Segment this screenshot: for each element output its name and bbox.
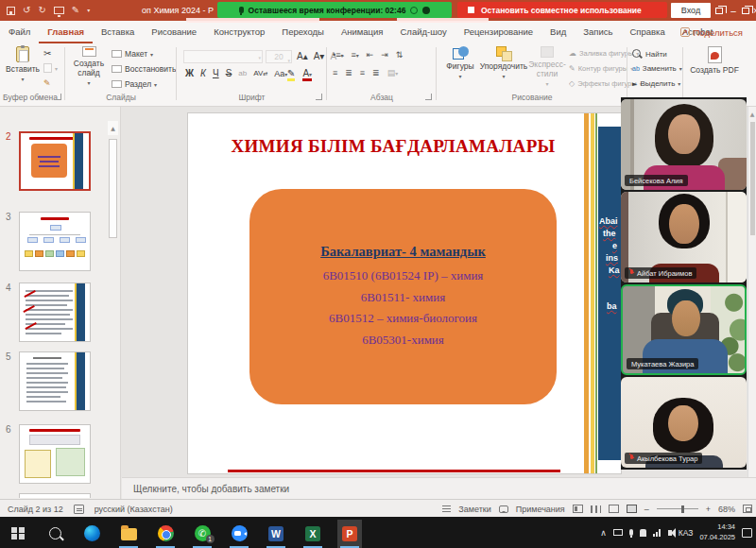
text-shadow-icon[interactable]: ab (238, 69, 247, 77)
layout-button[interactable]: Макет▾ (112, 49, 153, 59)
tab-record[interactable]: Запись (575, 21, 621, 43)
taskbar-powerpoint-button[interactable]: P (337, 520, 362, 548)
participant-tile-1[interactable]: Бейсекова Алия (621, 99, 747, 190)
ribbon-display-options-button[interactable] (713, 0, 726, 21)
increase-indent-icon[interactable]: ⇥ (381, 50, 388, 60)
taskbar-chrome-button[interactable] (153, 520, 178, 548)
highlight-color-icon[interactable]: ✎ (287, 68, 295, 81)
slide-title[interactable]: ХИМИЯ БІЛІМ БАҒДАРЛАМАЛАРЫ (201, 136, 585, 157)
strikethrough-button[interactable]: S (226, 68, 232, 78)
start-button[interactable] (6, 520, 30, 548)
clock[interactable]: 14:34 07.04.2025 (699, 522, 735, 541)
reset-button[interactable]: Восстановить (112, 64, 176, 74)
tab-transitions[interactable]: Переходы (273, 21, 333, 43)
undo-icon[interactable]: ↺ (23, 6, 30, 15)
thumbnail-slide-2[interactable] (19, 131, 91, 191)
shrink-font-icon[interactable]: A▾ (314, 51, 325, 61)
bullets-icon[interactable]: •≡▾ (333, 50, 343, 60)
participant-tile-3-active-speaker[interactable]: Мукатаева Жазира (621, 284, 747, 375)
replace-button[interactable]: abЗаменить▾ (632, 64, 682, 73)
slideshow-icon[interactable] (54, 7, 64, 14)
reading-view-button[interactable] (609, 505, 619, 513)
new-slide-button[interactable]: Создать слайд ▾ (70, 46, 108, 86)
bold-button[interactable]: Ж (185, 68, 194, 78)
zoom-level[interactable]: 68% (718, 505, 735, 514)
taskbar-edge-button[interactable] (79, 520, 104, 548)
line-spacing-icon[interactable]: ⇅ (396, 50, 404, 60)
normal-view-button[interactable] (573, 505, 583, 513)
tray-display-icon[interactable] (613, 529, 623, 536)
tray-mic-icon[interactable] (629, 529, 633, 536)
tab-view[interactable]: Вид (541, 21, 575, 43)
thumbnail-slide-4[interactable] (19, 283, 91, 342)
shape-fill-button[interactable]: ☁Заливка фигуры▾ (569, 49, 639, 58)
fit-to-window-button[interactable] (743, 505, 752, 513)
italic-button[interactable]: К (200, 68, 206, 78)
tray-network-icon[interactable] (653, 529, 662, 537)
notification-center-icon[interactable] (742, 528, 752, 538)
participant-tile-2[interactable]: Айбат Ибраимов (621, 192, 747, 283)
scroll-up-icon[interactable]: ▲ (108, 121, 118, 135)
close-button[interactable]: × (751, 0, 756, 21)
tray-touch-icon[interactable] (640, 529, 646, 537)
taskbar-excel-button[interactable]: X (301, 520, 325, 548)
shapes-button[interactable]: Фигуры ▾ (441, 46, 479, 79)
cut-icon[interactable]: ✂ (43, 48, 51, 59)
align-left-icon[interactable]: ≡ (333, 68, 337, 77)
tab-help[interactable]: Справка (621, 21, 673, 43)
character-spacing-icon[interactable]: AV⇄ (253, 69, 267, 77)
font-color-icon[interactable]: А▾ (302, 68, 312, 81)
font-name-combobox[interactable]: ▾ (183, 50, 263, 63)
taskbar-whatsapp-button[interactable]: ✆1 (190, 520, 215, 548)
restore-button[interactable] (739, 0, 752, 21)
thumbnail-slide-6[interactable] (19, 424, 91, 484)
underline-button[interactable]: Ч (213, 68, 219, 78)
align-center-icon[interactable]: ≣ (345, 68, 352, 77)
taskbar-search-button[interactable] (43, 520, 67, 548)
slide-canvas[interactable]: ХИМИЯ БІЛІМ БАҒДАРЛАМАЛАРЫ Бакалавриат- … (187, 112, 622, 474)
tab-design[interactable]: Конструктор (205, 21, 273, 43)
clipboard-dialog-launcher[interactable] (55, 94, 61, 100)
spellcheck-icon[interactable] (74, 505, 84, 514)
select-button[interactable]: ►Выделить▾ (632, 79, 680, 88)
participant-tile-4[interactable]: Акылбекова Турар (621, 377, 747, 468)
thumbnail-slide-7-partial[interactable] (19, 493, 91, 498)
tab-slideshow[interactable]: Слайд-шоу (392, 21, 455, 43)
keyboard-language[interactable]: КАЗ (679, 528, 694, 538)
pen-icon[interactable]: ✎ (72, 6, 79, 15)
scrollbar-thumb[interactable] (109, 139, 117, 238)
create-pdf-button[interactable]: Создать PDF (690, 46, 739, 75)
decrease-indent-icon[interactable]: ⇤ (367, 50, 374, 60)
thumbnail-scrollbar[interactable]: ▲ (107, 109, 119, 496)
save-icon[interactable] (7, 7, 15, 15)
login-button[interactable]: Вход (671, 3, 711, 18)
slide-content-box[interactable]: Бакалавриат- 4 мамандык 6В01510 (6В01524… (249, 189, 557, 404)
scroll-up-icon[interactable]: ▲ (748, 109, 756, 120)
comments-toggle[interactable]: Примечания (516, 505, 565, 514)
justify-icon[interactable]: ≣ (372, 68, 380, 77)
columns-icon[interactable]: ▤▾ (387, 68, 399, 77)
numbering-icon[interactable]: ≡▾ (351, 50, 358, 60)
thumbnail-slide-5[interactable] (19, 351, 91, 411)
shape-outline-button[interactable]: ✎Контур фигуры▾ (569, 64, 633, 73)
tray-expand-icon[interactable]: ∧ (600, 528, 607, 538)
font-size-combobox[interactable]: 20▾ (266, 50, 292, 63)
paragraph-dialog-launcher[interactable] (425, 94, 432, 100)
redo-icon[interactable]: ↻ (38, 6, 45, 15)
paste-button[interactable]: Вставить ▾ (6, 46, 40, 82)
zoom-in-button[interactable]: + (706, 505, 711, 514)
zoom-out-button[interactable]: – (644, 505, 649, 514)
zoom-slider[interactable] (657, 508, 698, 509)
tab-review[interactable]: Рецензирование (455, 21, 541, 43)
format-painter-icon[interactable]: ✎ (43, 78, 51, 88)
customize-qat-icon[interactable]: ▾ (87, 8, 90, 13)
share-button[interactable]: ↗ Поделиться (675, 24, 748, 41)
language-indicator[interactable]: русский (Казахстан) (94, 505, 173, 514)
slideshow-view-button[interactable] (627, 505, 637, 513)
copy-icon[interactable] (43, 63, 52, 73)
slide-sorter-view-button[interactable] (591, 505, 601, 513)
taskbar-word-button[interactable]: W (264, 520, 288, 548)
font-dialog-launcher[interactable] (316, 94, 322, 100)
editor-scrollbar[interactable]: ▲ (747, 107, 756, 477)
minimize-button[interactable]: – (727, 0, 740, 21)
